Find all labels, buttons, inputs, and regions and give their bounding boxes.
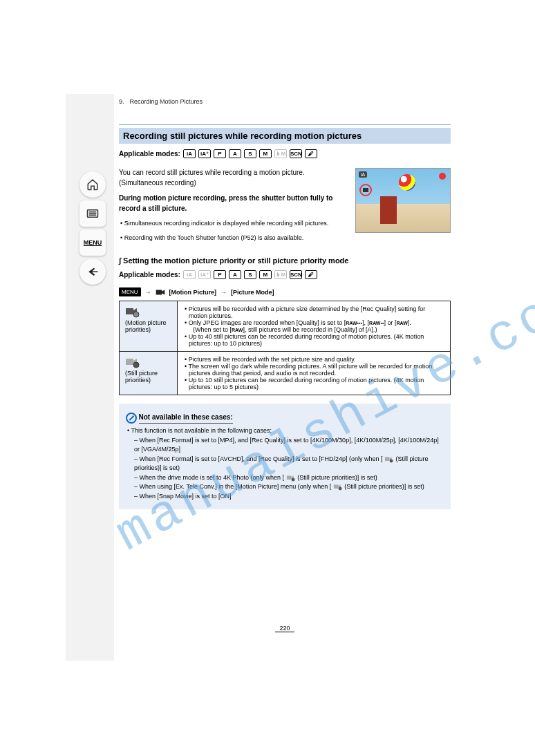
back-arrow-icon (86, 266, 100, 277)
svg-rect-6 (156, 290, 161, 294)
menu-category: [Motion Picture] (169, 289, 217, 296)
mode-icon-iaplus-disabled: iA⁺ (198, 270, 211, 279)
note-touch-shutter: • Recording with the Touch Shutter funct… (119, 234, 340, 243)
na-line-1: – When [Rec Format] is set to [MP4], and… (126, 436, 444, 455)
mode-icon-p-2: P (214, 270, 226, 279)
header-chapter-title: Recording Motion Pictures (124, 98, 451, 105)
nav-back-button[interactable] (79, 258, 106, 285)
not-available-icon (126, 413, 137, 424)
mode-icon-scn-2: SCN (290, 270, 302, 279)
still-priority-inline-icon-1 (384, 455, 394, 463)
na-line-4: – When using [Ex. Tele Conv.] in the [Mo… (126, 482, 444, 492)
menu-arrow-1: → (145, 289, 151, 296)
still-priority-inline-icon-3 (333, 483, 343, 491)
cell-movie-priority-desc: • Pictures will be recorded with a pictu… (178, 301, 451, 352)
mode-icon-a: A (229, 149, 241, 158)
svg-marker-7 (162, 290, 165, 294)
mode-icon-a-2: A (229, 270, 241, 279)
screenshot-mode-badge: iA (359, 171, 367, 178)
menu-chip: MENU (119, 287, 141, 296)
svg-rect-11 (126, 359, 133, 365)
simultaneous-rec-indicator-icon (359, 184, 372, 196)
nav-contents-button[interactable] (79, 200, 106, 227)
home-icon (86, 178, 99, 191)
applicable-modes-row-1: Applicable modes: iA iA⁺ P A S M ⏵M SCN … (119, 144, 451, 162)
nav-menu-button[interactable]: MENU (79, 229, 106, 256)
svg-point-10 (133, 312, 139, 317)
cell-still-priority-desc: • Pictures will be recorded with the set… (178, 352, 451, 395)
menu-label: MENU (84, 239, 102, 246)
list-icon (86, 209, 99, 218)
header-rule (119, 124, 451, 125)
page-header-meta: 9. Recording Motion Pictures (119, 94, 451, 124)
svg-rect-20 (334, 485, 339, 489)
page-number-footer: 220 (119, 625, 451, 632)
mode-icon-creative-2: 🖌 (305, 270, 317, 279)
applicable-modes-label-2: Applicable modes: (119, 271, 180, 278)
figure-people-graphic (380, 196, 397, 224)
mode-icon-vm-disabled-2: ⏵M (274, 270, 287, 279)
header-chapter-num: 9. (119, 98, 124, 105)
applicable-modes-row-2: Applicable modes: iA iA⁺ P A S M ⏵M SCN … (119, 265, 451, 283)
subsection-title-priority: ∫ Setting the motion picture priority or… (119, 256, 451, 265)
mode-icon-iaplus: iA⁺ (198, 149, 211, 158)
svg-point-19 (291, 478, 294, 481)
menu-arrow-2: → (220, 289, 227, 296)
sample-screenshot: iA (355, 168, 451, 233)
mode-icon-creative: 🖌 (305, 149, 317, 158)
not-available-notebox: Not available in these cases: • This fun… (119, 404, 451, 509)
cell-still-priority-label: (Still picture priorities) (120, 352, 178, 395)
svg-rect-14 (385, 457, 390, 461)
mode-icon-s: S (244, 149, 256, 158)
priority-mode-table: (Motion picture priorities) • Pictures w… (119, 301, 451, 395)
still-priority-inline-icon-2 (286, 474, 296, 482)
still-priority-icon (125, 356, 140, 368)
na-line-3: – When the drive mode is set to 4K Photo… (126, 473, 444, 483)
figure-beachball-graphic (399, 174, 415, 191)
intro-paragraph: You can record still pictures while reco… (119, 168, 340, 188)
motion-picture-menu-icon (156, 288, 165, 296)
svg-rect-5 (363, 188, 368, 192)
mode-icon-ia: iA (183, 149, 196, 158)
svg-point-13 (133, 362, 139, 368)
note-indicator: • Simultaneous recording indicator is di… (119, 219, 340, 228)
section-title-simultaneous: Recording still pictures while recording… (119, 128, 451, 144)
mode-icon-m: M (259, 149, 272, 158)
svg-point-22 (338, 487, 341, 491)
menu-path-row: MENU → [Motion Picture] → [Picture Mode] (119, 287, 451, 296)
cell-movie-priority-label: (Motion picture priorities) (120, 301, 178, 352)
record-indicator-icon (439, 173, 446, 180)
menu-item: [Picture Mode] (231, 289, 274, 296)
mode-icon-vm-disabled: ⏵M (274, 149, 287, 158)
not-available-header: Not available in these cases: (139, 412, 233, 424)
mode-icon-s-2: S (244, 270, 256, 279)
mode-icon-p: P (214, 149, 226, 158)
na-line-0: • This function is not available in the … (126, 426, 444, 436)
mode-icon-m-2: M (259, 270, 272, 279)
na-line-2: – When [Rec Format] is set to [AVCHD], a… (126, 455, 444, 473)
svg-rect-8 (126, 308, 133, 314)
movie-priority-icon (125, 305, 140, 318)
svg-point-16 (390, 459, 393, 462)
svg-rect-17 (287, 475, 292, 480)
na-line-5: – When [Snap Movie] is set to [ON] (126, 492, 444, 502)
mode-icon-scn: SCN (290, 149, 302, 158)
nav-home-button[interactable] (79, 171, 106, 198)
applicable-modes-label: Applicable modes: (119, 150, 180, 158)
step-paragraph: During motion picture recording, press t… (119, 193, 340, 214)
mode-icon-ia-disabled: iA (183, 270, 196, 279)
